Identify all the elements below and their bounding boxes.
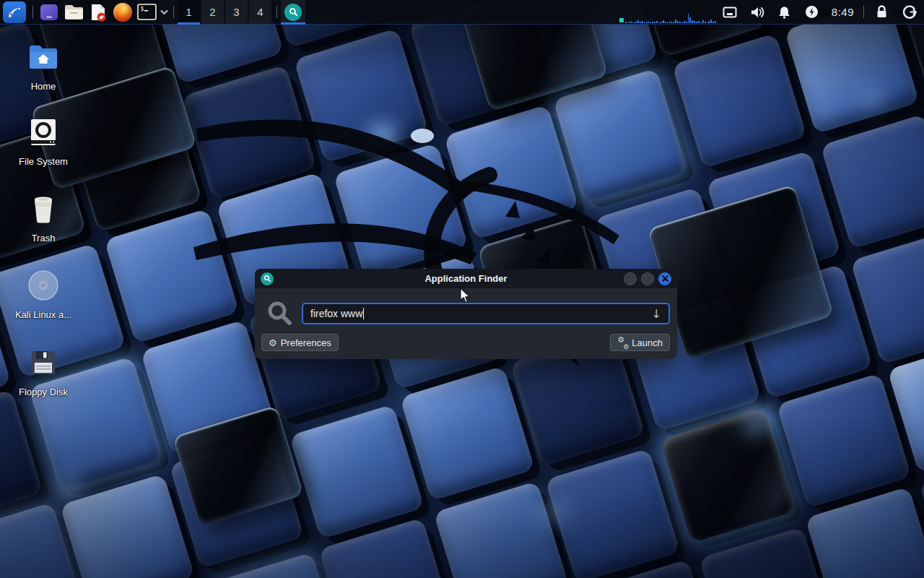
maximize-button[interactable] (641, 272, 654, 285)
panel-separator (276, 6, 277, 18)
cpu-bar (640, 22, 641, 23)
cpu-bar (667, 22, 668, 23)
cpu-bar (633, 22, 635, 23)
preferences-button[interactable]: ⚙ Preferences (261, 334, 339, 351)
cpu-bar (671, 22, 672, 23)
cpu-bar (648, 21, 650, 23)
run-gears-icon: ⚙⚙ (617, 337, 628, 348)
search-icon (266, 300, 294, 327)
cpu-bar (708, 21, 710, 23)
launcher-files-app[interactable] (37, 0, 61, 25)
cpu-bar (679, 22, 681, 23)
floppy-disk-icon (10, 345, 77, 381)
minimize-button[interactable] (624, 272, 637, 285)
kali-disc-icon (10, 267, 77, 303)
taskbar-application-finder[interactable] (281, 0, 305, 25)
svg-text:$: $ (140, 6, 144, 12)
workspace-3[interactable]: 3 (225, 0, 248, 25)
cpu-bar (652, 22, 653, 23)
cpu-bar (698, 21, 699, 23)
cpu-bar (656, 21, 658, 23)
launcher-text-editor[interactable] (86, 0, 110, 25)
firefox-icon (113, 3, 132, 22)
kali-menu-icon (6, 4, 22, 20)
launcher-terminal-dropdown[interactable]: $ (135, 0, 170, 25)
desktop-icon-kali-linux[interactable]: Kali Linux a... (10, 267, 77, 320)
application-finder-icon (284, 4, 302, 21)
launch-button-label: Launch (632, 337, 663, 348)
preferences-button-label: Preferences (281, 337, 331, 348)
launcher-file-manager[interactable] (61, 0, 86, 25)
notifications-tray-icon[interactable] (771, 0, 798, 25)
mouse-cursor (460, 288, 471, 303)
cpu-bar (702, 20, 704, 23)
cpu-bar (627, 22, 629, 23)
cpu-bar (663, 20, 664, 23)
desktop-icon-trash[interactable]: Trash (10, 191, 77, 243)
cpu-bar (696, 22, 697, 23)
cpu-bar (673, 22, 674, 23)
gear-icon: ⚙ (269, 338, 277, 348)
network-tray-icon[interactable] (716, 0, 744, 25)
desktop-icon-label: File System (10, 156, 77, 167)
search-input[interactable]: firefox www ↓ (302, 303, 670, 324)
cpu-bar (631, 22, 632, 23)
titlebar[interactable]: Application Finder (255, 269, 677, 288)
cpu-bar (688, 14, 689, 23)
cpu-graph[interactable] (619, 0, 716, 25)
desktop-icon-label: Trash (10, 233, 77, 243)
application-finder-window: Application Finder firefox www ↓ (255, 269, 677, 359)
cpu-bar (654, 22, 655, 23)
file-manager-icon (64, 4, 84, 21)
text-caret (363, 308, 364, 319)
cpu-graph-marker (619, 18, 624, 22)
launch-button[interactable]: ⚙⚙ Launch (610, 334, 670, 351)
desktop-icon-home[interactable]: Home (10, 39, 77, 92)
cpu-bar (707, 22, 708, 23)
panel-separator (863, 6, 864, 18)
cpu-bar (677, 21, 679, 23)
terminal-icon: $ (137, 4, 157, 20)
desktop-icon-floppy-disk[interactable]: Floppy Disk (10, 345, 77, 397)
cpu-bar (661, 22, 662, 23)
cpu-bar (710, 20, 712, 23)
home-folder-icon (10, 39, 77, 75)
panel-separator (32, 6, 33, 18)
trash-bin-icon (10, 191, 77, 227)
lock-screen-button[interactable] (868, 0, 895, 25)
top-panel: $ 1 2 3 4 (0, 0, 924, 25)
close-icon (662, 275, 668, 282)
desktop-icon-file-system[interactable]: File System (10, 114, 77, 167)
cpu-bar (689, 17, 691, 23)
clock[interactable]: 8:49 (826, 6, 860, 18)
cpu-bar (684, 21, 685, 23)
cpu-bar (658, 22, 660, 23)
volume-tray-icon[interactable] (744, 0, 771, 25)
workspace-1[interactable]: 1 (178, 0, 200, 25)
text-editor-icon (90, 3, 107, 22)
cpu-bar (637, 20, 639, 23)
kali-menu-button[interactable] (3, 1, 26, 23)
dropdown-arrow-icon[interactable]: ↓ (652, 307, 661, 321)
workspace-4[interactable]: 4 (249, 0, 271, 25)
cpu-bar (625, 22, 627, 23)
close-button[interactable] (658, 272, 671, 285)
cpu-bar (665, 22, 666, 23)
cpu-bar (694, 21, 695, 23)
cpu-bar (642, 21, 643, 23)
cpu-bar (635, 22, 637, 23)
cpu-bar (669, 21, 671, 23)
application-finder-icon (261, 272, 274, 285)
cpu-bar (646, 22, 648, 23)
desktop[interactable]: Home File System Trash (0, 0, 924, 578)
log-out-button[interactable] (895, 0, 924, 25)
cpu-bar (644, 22, 645, 23)
workspace-2[interactable]: 2 (201, 0, 224, 25)
launcher-firefox[interactable] (110, 0, 135, 25)
desktop-icon-label: Kali Linux a... (10, 309, 77, 320)
log-out-icon (903, 5, 917, 19)
cpu-bar (686, 22, 687, 23)
power-manager-tray-icon[interactable] (798, 0, 826, 25)
files-app-icon (40, 3, 58, 22)
cpu-bar (650, 22, 651, 23)
